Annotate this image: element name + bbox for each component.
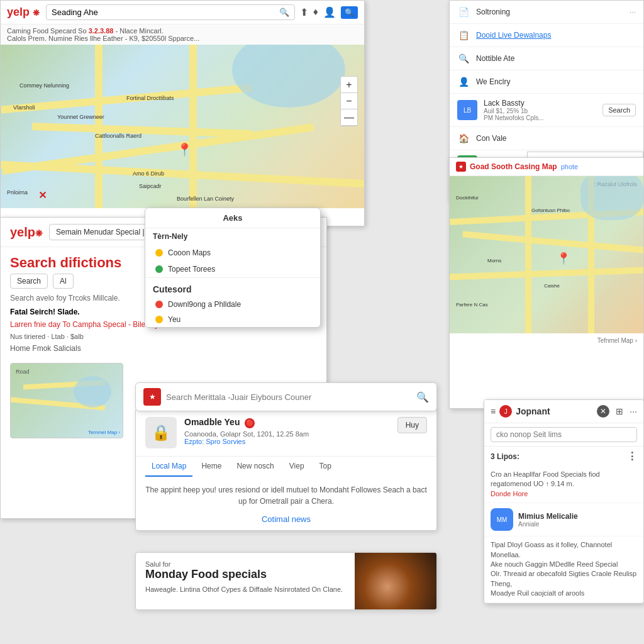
chat-close-btn[interactable]: ✕ — [597, 405, 609, 418]
search-top-icon[interactable]: 🔍 — [279, 8, 289, 17]
card-badge: 🔴 — [245, 418, 255, 428]
map-zoom-controls: + − — — [340, 76, 358, 126]
card-link[interactable]: Ezpto: Spro Sorvies — [184, 438, 390, 445]
subtitle3: Calols Prem. Numine Ries llhe Eather - K… — [7, 35, 199, 42]
yelp-logo2: yelp❋ — [10, 225, 43, 240]
map-water — [232, 45, 345, 108]
chat-msg-line4: Moadye Ruil caojcialt of arools — [491, 589, 637, 598]
card-tab-newnosch[interactable]: New nosch — [230, 457, 280, 477]
card-tab-viep[interactable]: Viep — [283, 457, 311, 477]
card-action-btn[interactable]: Huy — [397, 417, 427, 433]
card-tab-heme[interactable]: Heme — [195, 457, 228, 477]
map-label-fortinal: Fortinal Drocttibats — [126, 95, 174, 101]
sidebar-text-1: Soltroning — [476, 8, 623, 16]
map-label-amo: Amo 6 Dirub — [133, 170, 164, 177]
map-label-younnet: Younnet Grewneer — [57, 114, 104, 120]
map-pin-main: 📍 — [177, 142, 192, 157]
all-action-btn[interactable]: Al — [53, 274, 74, 289]
dropdown-section2: Cutesord Downl9ong a Phlldale Yeu — [145, 277, 320, 327]
chat-msg1-link[interactable]: Donde Hore — [491, 490, 528, 497]
sidebar-icon-6: 🏠 — [457, 132, 470, 145]
dropdown-sub-item-1[interactable]: Downl9ong a Phlldale — [145, 297, 320, 312]
top-left-panel: yelp ❋ Seading Ahe 🔍 ⬆ ♦ 👤 🔍 Caming Food… — [0, 0, 365, 226]
search-bar-panel: ★ 🔍 — [135, 382, 437, 411]
sidebar-icon-1: 📄 — [457, 6, 470, 18]
chat-grid-icon[interactable]: ⊞ — [616, 406, 623, 416]
rmap-road-v1 — [525, 176, 531, 333]
card-inner: 🔒 Omadble Yeu 🔴 Coanooda, Golapr Sot, 12… — [136, 409, 436, 456]
chat-logo-icon: J — [499, 405, 512, 418]
map-road-h4 — [1, 161, 364, 187]
card-tab-top[interactable]: Top — [313, 457, 338, 477]
search-btn-small[interactable]: Search — [602, 104, 636, 116]
upload-icon[interactable]: ⬆ — [300, 6, 308, 19]
subtitle-bar: Caming Food Specard So 3.2.3.88 - Nlace … — [1, 25, 364, 45]
chat-msg-line3: Olr. Threaid ar obecafold Sigties Craole… — [491, 569, 637, 589]
yellow-dot-icon — [155, 249, 163, 257]
card-thumb: 🔒 — [145, 417, 177, 448]
chat-more-icon[interactable]: ··· — [630, 406, 637, 416]
hamburger-icon[interactable]: ≡ — [491, 406, 496, 416]
map-label-saipcadr: Saipcadr — [139, 183, 162, 189]
dropdown-item-2[interactable]: Topeet Torees — [145, 261, 320, 277]
right-map-photo-link[interactable]: phote — [561, 163, 579, 170]
chat-msg-line2: Ake nouch Gaggin MDedlle Reed Special — [491, 560, 637, 569]
chat-title: Jopnant — [516, 406, 593, 416]
chat-section-more[interactable]: ⋮ — [627, 450, 637, 462]
search-magnifier-icon[interactable]: 🔍 — [416, 391, 429, 403]
bookmark-icon[interactable]: ♦ — [313, 6, 318, 19]
sidebar-row-2: 📋 Dooid Live Dewalnaps — [450, 24, 643, 47]
card-tab-localmap[interactable]: Local Map — [145, 457, 192, 477]
chat-contact-row: MM Mimius Melicalie Anniale — [484, 503, 643, 536]
chat-search-area — [484, 423, 643, 447]
rmap-label-4: Caishe — [544, 283, 560, 289]
zoom-out-btn[interactable]: − — [341, 93, 357, 109]
dropdown-item2-text: Topeet Torees — [168, 265, 215, 274]
card-main-link[interactable]: Cotimal news — [136, 514, 436, 530]
chat-section-title: 3 Lipos: — [491, 452, 519, 461]
rmap-bottom-label: Tefnmel Map › — [450, 333, 643, 348]
search-button-top[interactable]: 🔍 — [341, 6, 358, 19]
subtitle1: Caming Food Specard So — [7, 27, 87, 35]
dropdown-item-1[interactable]: Cooon Maps — [145, 245, 320, 261]
search-input-text: Seading Ahe — [52, 8, 98, 17]
top-search-bar[interactable]: Seading Ahe 🔍 — [46, 4, 295, 20]
right-map-header: ★ Goad Sooth Casing Map phote — [450, 158, 643, 176]
food-image — [355, 553, 436, 609]
right-map-panel: ★ Goad Sooth Casing Map phote Dockthifur… — [449, 157, 644, 409]
rmap-pin-main: 📍 — [557, 252, 570, 265]
rmap-water — [580, 176, 643, 220]
chat-panel: ≡ J Jopnant ✕ ⊞ ··· 3 Lipos: ⋮ Cro an He… — [484, 399, 644, 604]
fatal-label: Fatal Seirch! Slade. — [10, 308, 80, 316]
food-heading: Monday Food specials — [145, 568, 345, 581]
zoom-in-btn[interactable]: + — [341, 77, 357, 93]
search-bar-brand-icon: ★ — [143, 388, 161, 406]
food-desc: Haweagle. Lintina Othof Cypes & Diffaale… — [145, 585, 345, 594]
card-content: Omadble Yeu 🔴 Coanooda, Golapr Sot, 1201… — [184, 417, 390, 445]
results-footer: Home Fmok Salicials — [1, 344, 326, 357]
sidebar-more-1[interactable]: ··· — [630, 8, 636, 16]
green-dot-icon — [155, 265, 163, 273]
card-tabs: Local Map Heme New nosch Viep Top — [136, 456, 436, 477]
dropdown-sub-item-2[interactable]: Yeu — [145, 312, 320, 327]
sidebar-icon-3: 🔍 — [457, 52, 470, 65]
price-text: 3.2.3.88 — [89, 27, 114, 35]
sidebar-text-2: Dooid Live Dewalnaps — [476, 31, 636, 40]
chat-msg-line1: Tipal Dloyl Goass as it folley, Channote… — [491, 540, 637, 560]
chat-message-1: Cro an Heapllfar Food Specials fiod rega… — [484, 466, 643, 503]
sidebar-sub-5: Auil $1, 25% 1b — [484, 108, 596, 114]
sidebar-thumb-5: LB — [457, 100, 477, 120]
small-map-link[interactable]: Ternmel Map › — [88, 430, 120, 435]
search-action-btn[interactable]: Search — [10, 274, 48, 289]
chat-msg1-time: ↑ 9.14 m. — [545, 480, 574, 487]
chat-search-input[interactable] — [491, 427, 637, 442]
rmap-label-3: Morns — [487, 258, 501, 264]
search-bar-input[interactable] — [166, 392, 416, 402]
card-panel: 🔒 Omadble Yeu 🔴 Coanooda, Golapr Sot, 12… — [135, 409, 437, 531]
user-icon[interactable]: 👤 — [323, 6, 336, 19]
zoom-min-btn[interactable]: — — [341, 109, 357, 126]
chat-contact-name: Mimius Melicalie — [518, 512, 637, 521]
card-body: The appint heep you! ures resiond or ide… — [136, 477, 436, 514]
food-label: Salul for — [145, 560, 345, 568]
rmap-label-5: Parfere N Cas — [456, 302, 488, 308]
